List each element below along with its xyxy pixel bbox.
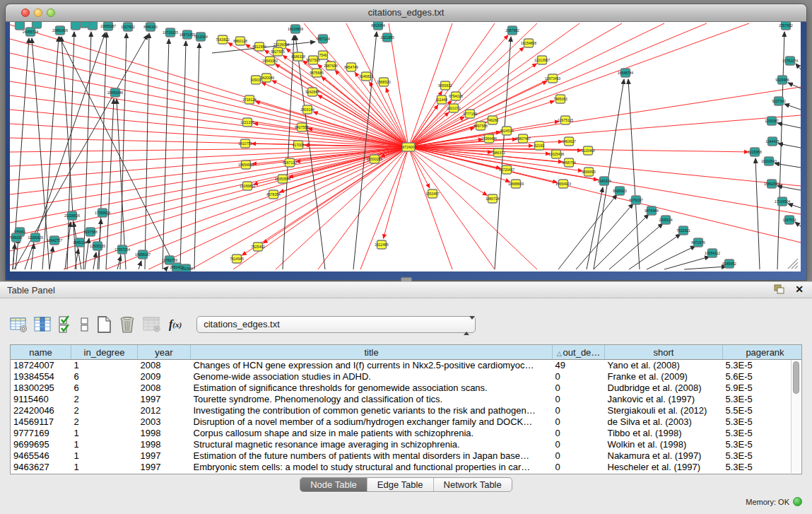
svg-text:746266: 746266 <box>487 118 499 122</box>
column-header-title[interactable]: title <box>191 345 553 360</box>
cell-title: Estimation of the future numbers of pati… <box>191 450 553 462</box>
cell-indegree: 2 <box>71 394 138 405</box>
new-table-icon[interactable] <box>96 315 112 334</box>
table-row[interactable]: 977716911998Corpus callosum shape and si… <box>11 428 802 439</box>
svg-text:12213967: 12213967 <box>534 58 550 62</box>
svg-text:939159: 939159 <box>11 235 23 240</box>
svg-text:9555812: 9555812 <box>438 83 452 88</box>
resize-grip-icon[interactable] <box>785 256 799 270</box>
svg-text:1612485: 1612485 <box>375 243 389 247</box>
column-header-name[interactable]: name <box>11 345 71 360</box>
table-row[interactable]: 969969511998Structural magnetic resonanc… <box>11 439 802 450</box>
close-panel-icon[interactable]: ✕ <box>795 284 804 295</box>
svg-text:15720437: 15720437 <box>499 168 514 172</box>
table-options-icon[interactable] <box>10 316 28 333</box>
table-panel-header: Table Panel ✕ <box>0 281 812 298</box>
table-row[interactable]: 946554611997Estimation of the future num… <box>11 450 802 462</box>
svg-text:16543382: 16543382 <box>262 59 278 63</box>
svg-text:9242848: 9242848 <box>305 90 319 94</box>
svg-text:16648784: 16648784 <box>618 71 633 75</box>
column-header-short[interactable]: short <box>605 345 723 360</box>
cell-year: 1997 <box>138 394 191 405</box>
network-canvas[interactable]: 2405572420891406106552871527602846616010… <box>10 22 801 271</box>
svg-text:7525402: 7525402 <box>251 245 265 249</box>
network-window-titlebar[interactable]: citations_edges.txt <box>6 4 806 22</box>
row-height-icon[interactable] <box>80 316 90 333</box>
svg-text:8427552: 8427552 <box>295 125 309 129</box>
citation-network-graph[interactable]: 2405572420891406106552871527602846616010… <box>10 22 801 271</box>
svg-text:9474444: 9474444 <box>645 209 659 213</box>
svg-text:10973493: 10973493 <box>545 76 560 81</box>
cell-indegree: 6 <box>71 382 138 394</box>
column-header-pagerank[interactable]: pagerank <box>723 345 803 360</box>
cell-year: 1998 <box>138 439 191 450</box>
svg-text:16671355: 16671355 <box>180 33 195 37</box>
cell-outde: 0 <box>553 428 605 439</box>
cell-short: Stergiakouli et al. (2012) <box>605 405 723 416</box>
cell-short: Wolkin et al. (1998) <box>605 439 723 450</box>
svg-text:23420046: 23420046 <box>259 76 274 80</box>
dropdown-stepper-icon <box>464 320 470 329</box>
svg-text:18724007: 18724007 <box>401 145 416 149</box>
column-header-indegree[interactable]: in_degree <box>71 345 138 360</box>
cell-name: 18300295 <box>11 382 71 394</box>
cell-indegree: 6 <box>71 371 138 382</box>
svg-text:20891406: 20891406 <box>52 28 68 33</box>
select-rows-icon[interactable] <box>58 315 73 334</box>
cell-name: 22420046 <box>11 405 71 416</box>
svg-text:11156829: 11156829 <box>28 235 43 240</box>
svg-text:7632621: 7632621 <box>676 228 690 233</box>
svg-text:12505135: 12505135 <box>90 244 105 248</box>
svg-text:20053346: 20053346 <box>107 90 123 95</box>
svg-text:9245652: 9245652 <box>722 262 736 266</box>
svg-text:1209387: 1209387 <box>765 119 779 123</box>
table-scrollbar-thumb[interactable] <box>793 361 799 394</box>
svg-text:20364486: 20364486 <box>481 136 497 141</box>
table-row[interactable]: 946362711997Embryonic stem cells: a mode… <box>11 462 802 473</box>
svg-text:8938923: 8938923 <box>613 189 627 193</box>
cell-title: Changes of HCN gene expression and I(f) … <box>191 360 553 372</box>
cell-outde: 0 <box>553 439 605 450</box>
tab-edge-table[interactable]: Edge Table <box>367 478 434 491</box>
table-row[interactable]: 1830029562008Estimation of significance … <box>11 382 802 394</box>
svg-text:10688609: 10688609 <box>508 182 524 186</box>
tab-network-table[interactable]: Network Table <box>434 478 512 491</box>
column-header-year[interactable]: year <box>138 345 191 360</box>
svg-text:1167533: 1167533 <box>782 218 796 222</box>
table-row[interactable]: 2242004622012Investigating the contribut… <box>11 405 802 416</box>
function-builder-icon[interactable]: f(x) <box>167 318 183 331</box>
svg-text:10654112: 10654112 <box>705 251 720 255</box>
svg-text:1244415: 1244415 <box>765 139 779 144</box>
svg-text:8813054: 8813054 <box>371 23 385 28</box>
svg-text:10807487: 10807487 <box>515 136 531 141</box>
svg-text:9699695: 9699695 <box>582 170 596 174</box>
table-selector-dropdown[interactable]: citations_edges.txt <box>196 316 476 333</box>
svg-text:2087682: 2087682 <box>505 28 519 33</box>
cell-indegree: 1 <box>71 439 138 450</box>
table-row[interactable]: 1872400712008Changes of HCN gene express… <box>11 360 802 372</box>
cell-name: 9777169 <box>11 428 71 439</box>
memory-status-label: Memory: OK <box>746 498 789 506</box>
svg-text:19654985: 19654985 <box>238 163 254 167</box>
float-panel-icon[interactable] <box>774 284 785 295</box>
memory-status-indicator[interactable] <box>793 497 802 506</box>
svg-text:1880724: 1880724 <box>486 197 500 201</box>
cell-indegree: 1 <box>71 450 138 462</box>
column-header-outde[interactable]: △out_de… <box>553 345 605 360</box>
table-row[interactable]: 1938455462009Genome-wide association stu… <box>11 371 802 382</box>
table-row[interactable]: 1456911722003Disruption of a novel membe… <box>11 416 802 428</box>
sort-ascending-icon: △ <box>557 350 562 357</box>
delete-rows-icon[interactable] <box>119 315 136 334</box>
svg-text:19166852: 19166852 <box>240 184 255 188</box>
cell-outde: 0 <box>553 450 605 462</box>
show-column-icon[interactable] <box>34 316 52 333</box>
cell-year: 1997 <box>138 450 191 462</box>
cell-short: Hescheler et al. (1997) <box>605 462 723 473</box>
tab-node-table[interactable]: Node Table <box>300 478 367 491</box>
svg-text:1810755: 1810755 <box>238 141 252 146</box>
cell-outde: 0 <box>553 394 605 405</box>
delete-table-icon[interactable] <box>143 316 161 333</box>
table-scrollbar[interactable] <box>791 360 801 473</box>
table-row[interactable]: 911546021997Tourette syndrome. Phenomeno… <box>11 394 802 405</box>
cell-name: 14569117 <box>11 416 71 428</box>
